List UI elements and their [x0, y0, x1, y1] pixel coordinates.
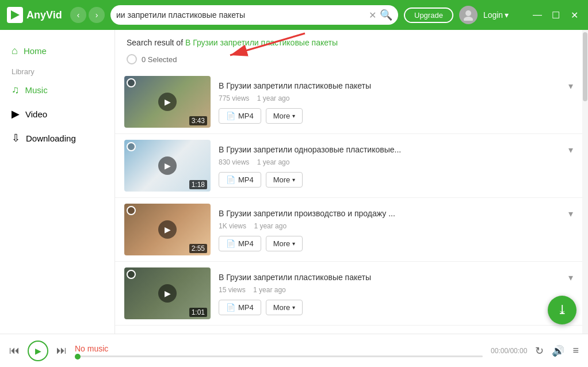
- video-info-4: В Грузии запретили пластиковые пакеты ▾ …: [219, 272, 573, 315]
- play-pause-button[interactable]: ▶: [28, 341, 48, 361]
- video-list: ▶ 3:43 В Грузии запретили пластиковые па…: [115, 70, 588, 334]
- mp4-icon-1: 📄: [226, 112, 235, 120]
- sidebar-downloading-label: Downloading: [26, 133, 76, 143]
- content-area: Search result of В Грузии запретили плас…: [115, 30, 588, 334]
- upgrade-button[interactable]: Upgrade: [404, 7, 453, 23]
- thumbnail-1: ▶ 3:43: [124, 76, 211, 128]
- scrollbar[interactable]: [582, 30, 588, 334]
- chevron-icon-4: ▾: [292, 304, 295, 311]
- chevron-icon-3: ▾: [292, 240, 295, 247]
- video-select-circle-4[interactable]: [127, 270, 136, 279]
- svg-point-2: [464, 17, 473, 21]
- thumbnail-3: ▶ 2:55: [124, 204, 211, 255]
- mp4-button-3[interactable]: 📄 MP4: [219, 236, 261, 251]
- select-all-circle[interactable]: [127, 54, 137, 64]
- search-query-text: В Грузии запретили пластиковые пакеты: [185, 38, 338, 47]
- download-icon: ⇩: [12, 132, 20, 144]
- mp4-button-1[interactable]: 📄 MP4: [219, 108, 261, 124]
- playlist-button[interactable]: ≡: [572, 345, 579, 357]
- video-meta-4: 15 views 1 year ago: [219, 286, 573, 294]
- mp4-icon-2: 📄: [226, 175, 235, 184]
- sidebar-video-label: Video: [25, 109, 47, 119]
- table-row: ▶ 1:18 В Грузии запретили одноразовые пл…: [115, 134, 582, 198]
- duration-1: 3:43: [189, 116, 207, 125]
- search-result-header: Search result of В Грузии запретили плас…: [115, 30, 588, 52]
- no-music-label: No music: [75, 344, 483, 353]
- login-label: Login: [483, 10, 503, 20]
- video-icon: ▶: [12, 108, 20, 120]
- search-icon[interactable]: 🔍: [380, 9, 392, 21]
- login-button[interactable]: Login ▾: [483, 10, 509, 20]
- search-input[interactable]: [116, 10, 365, 20]
- video-title-4: В Грузии запретили пластиковые пакеты ▾: [219, 272, 573, 283]
- video-select-circle-1[interactable]: [127, 78, 136, 87]
- video-select-circle-2[interactable]: [127, 142, 136, 151]
- logo: AnyVid: [7, 7, 64, 23]
- player-bar: ⏮ ▶ ⏭ No music 00:00/00:00 ↻ 🔊 ≡: [0, 334, 588, 367]
- nav-arrows: ‹ ›: [70, 7, 105, 23]
- thumbnail-2: ▶ 1:18: [124, 140, 211, 192]
- close-button[interactable]: ✕: [567, 8, 581, 22]
- sidebar-item-downloading[interactable]: ⇩ Downloading: [0, 126, 114, 150]
- play-button-3[interactable]: ▶: [158, 220, 177, 239]
- more-button-3[interactable]: More ▾: [266, 236, 303, 251]
- play-button-4[interactable]: ▶: [158, 284, 177, 303]
- play-button-1[interactable]: ▶: [158, 93, 177, 111]
- more-button-1[interactable]: More ▾: [266, 108, 303, 124]
- video-title-2: В Грузии запретили одноразовые пластиков…: [219, 144, 573, 155]
- expand-icon-2[interactable]: ▾: [568, 144, 573, 155]
- repeat-button[interactable]: ↻: [535, 345, 544, 357]
- video-actions-4: 📄 MP4 More ▾: [219, 300, 573, 315]
- app-name: AnyVid: [26, 9, 62, 21]
- video-select-circle-3[interactable]: [127, 206, 136, 215]
- play-button-2[interactable]: ▶: [158, 156, 177, 175]
- expand-icon-3[interactable]: ▾: [568, 208, 573, 219]
- scrollbar-thumb[interactable]: [583, 32, 587, 101]
- more-button-4[interactable]: More ▾: [266, 300, 303, 315]
- previous-button[interactable]: ⏮: [9, 345, 20, 357]
- video-meta-1: 775 views 1 year ago: [219, 94, 573, 102]
- video-actions-3: 📄 MP4 More ▾: [219, 236, 573, 251]
- sidebar-music-label: Music: [25, 85, 48, 95]
- back-button[interactable]: ‹: [70, 7, 86, 23]
- player-right-controls: ↻ 🔊 ≡: [535, 345, 579, 357]
- avatar: [459, 6, 478, 24]
- video-info-1: В Грузии запретили пластиковые пакеты ▾ …: [219, 81, 573, 124]
- mp4-button-2[interactable]: 📄 MP4: [219, 172, 261, 188]
- sidebar-item-video[interactable]: ▶ Video: [0, 102, 114, 126]
- table-row: ▶ 1:01 В Грузии запретили пластиковые па…: [115, 262, 582, 326]
- next-button[interactable]: ⏭: [56, 345, 67, 357]
- selected-count: 0 Selected: [142, 55, 177, 64]
- svg-point-1: [465, 10, 471, 16]
- dropdown-arrow-icon: ▾: [505, 10, 509, 20]
- more-button-2[interactable]: More ▾: [266, 172, 303, 188]
- mp4-icon-4: 📄: [226, 303, 235, 312]
- progress-area: No music: [75, 344, 483, 357]
- maximize-button[interactable]: ☐: [549, 8, 563, 22]
- fab-download-button[interactable]: ⤓: [548, 296, 576, 324]
- video-info-3: В Грузии запретили производство и продаж…: [219, 208, 573, 251]
- volume-button[interactable]: 🔊: [552, 345, 564, 357]
- sidebar-home-label: Home: [24, 46, 47, 56]
- progress-bar[interactable]: [75, 355, 483, 357]
- mp4-button-4[interactable]: 📄 MP4: [219, 300, 261, 315]
- minimize-button[interactable]: —: [530, 8, 544, 22]
- sidebar: ⌂ Home Library ♫ Music ▶ Video ⇩ Downloa…: [0, 30, 115, 334]
- table-row: ▶ 2:55 В Грузии запретили производство и…: [115, 198, 582, 262]
- title-bar: AnyVid ‹ › ✕ 🔍 Upgrade Login ▾ — ☐ ✕: [0, 0, 588, 30]
- sidebar-item-home[interactable]: ⌂ Home: [0, 39, 114, 63]
- video-meta-2: 830 views 1 year ago: [219, 158, 573, 166]
- forward-button[interactable]: ›: [89, 7, 105, 23]
- expand-icon-4[interactable]: ▾: [568, 272, 573, 283]
- music-icon: ♫: [12, 84, 20, 96]
- clear-search-icon[interactable]: ✕: [369, 10, 376, 21]
- progress-dot: [75, 354, 81, 360]
- logo-icon: [7, 7, 23, 23]
- sidebar-item-music[interactable]: ♫ Music: [0, 78, 114, 102]
- table-row: ▶ 3:43 В Грузии запретили пластиковые па…: [115, 70, 582, 134]
- play-icon: ▶: [35, 346, 41, 355]
- duration-4: 1:01: [189, 308, 207, 317]
- expand-icon-1[interactable]: ▾: [568, 81, 573, 91]
- video-info-2: В Грузии запретили одноразовые пластиков…: [219, 144, 573, 188]
- library-section-label: Library: [0, 63, 114, 78]
